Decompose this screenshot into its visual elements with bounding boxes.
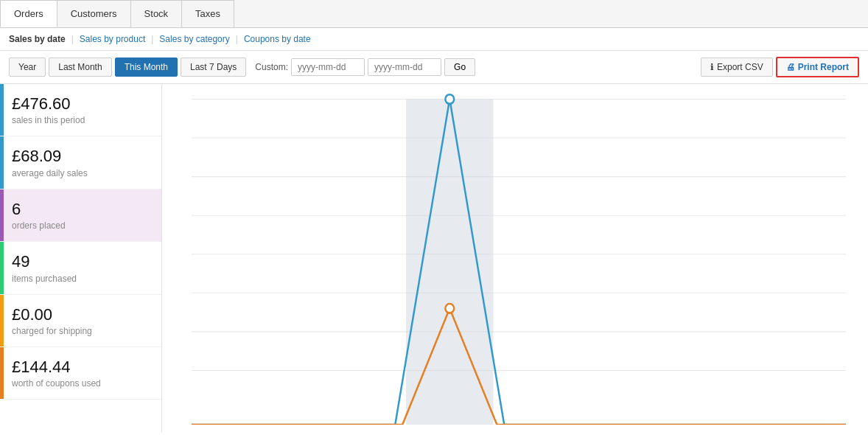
stat-label-3: items purchased xyxy=(12,274,150,284)
go-button[interactable]: Go xyxy=(444,58,475,76)
print-report-button[interactable]: 🖨 Print Report xyxy=(776,57,859,77)
sub-nav-link-sales-by-category[interactable]: Sales by category xyxy=(159,34,229,44)
tab-taxes[interactable]: Taxes xyxy=(181,0,234,27)
stat-color-bar-0 xyxy=(0,84,4,136)
separator-1: | xyxy=(71,34,74,44)
print-icon: 🖨 xyxy=(786,62,795,72)
stat-value-5: £144.44 xyxy=(12,358,150,377)
sub-nav-link-sales-by-product[interactable]: Sales by product xyxy=(80,34,145,44)
svg-rect-24 xyxy=(406,100,493,425)
stat-item-3: 49items purchased xyxy=(0,242,161,294)
custom-date-label: Custom: xyxy=(255,62,288,72)
svg-point-26 xyxy=(445,304,454,313)
custom-date-start-input[interactable] xyxy=(291,58,365,76)
current-report-label: Sales by date xyxy=(9,34,66,44)
tab-customers[interactable]: Customers xyxy=(57,0,131,27)
separator-2: | xyxy=(151,34,153,44)
custom-date-end-input[interactable] xyxy=(368,58,441,76)
stat-value-0: £476.60 xyxy=(12,94,150,114)
tab-orders[interactable]: Orders xyxy=(0,0,57,27)
chart-svg: 50 45 40 35 30 25 20 15 486.13 437.52 38… xyxy=(192,91,846,425)
stat-label-4: charged for shipping xyxy=(12,326,150,336)
stat-color-bar-1 xyxy=(0,136,4,188)
tab-stock[interactable]: Stock xyxy=(130,0,183,27)
top-navigation: Orders Customers Stock Taxes xyxy=(0,0,868,28)
filter-last-month-button[interactable]: Last Month xyxy=(49,58,111,77)
sub-navigation: Sales by date | Sales by product | Sales… xyxy=(0,28,868,51)
print-report-label: Print Report xyxy=(798,62,849,72)
main-content: £476.60sales in this period£68.09average… xyxy=(0,84,868,432)
filter-bar: Year Last Month This Month Last 7 Days C… xyxy=(0,51,868,84)
export-csv-button[interactable]: ℹ Export CSV xyxy=(701,58,773,77)
stats-panel: £476.60sales in this period£68.09average… xyxy=(0,84,162,432)
filter-this-month-button[interactable]: This Month xyxy=(115,58,178,77)
stat-color-bar-4 xyxy=(0,295,4,347)
stat-item-0: £476.60sales in this period xyxy=(0,84,161,136)
export-icon: ℹ xyxy=(710,62,714,72)
stat-item-1: £68.09average daily sales xyxy=(0,136,161,189)
stat-color-bar-5 xyxy=(0,347,4,399)
chart-area: 50 45 40 35 30 25 20 15 486.13 437.52 38… xyxy=(162,84,868,432)
stat-label-5: worth of coupons used xyxy=(12,378,150,389)
filter-last-7-days-button[interactable]: Last 7 Days xyxy=(181,58,246,77)
stat-item-4: £0.00charged for shipping xyxy=(0,295,161,347)
export-csv-label: Export CSV xyxy=(717,62,763,72)
stat-label-1: average daily sales xyxy=(12,168,150,178)
stat-color-bar-2 xyxy=(0,189,4,241)
svg-point-25 xyxy=(445,94,454,104)
stat-value-2: 6 xyxy=(12,200,150,219)
sub-nav-link-coupons-by-date[interactable]: Coupons by date xyxy=(244,34,311,44)
stat-item-5: £144.44worth of coupons used xyxy=(0,347,161,400)
separator-3: | xyxy=(236,34,238,44)
stat-value-1: £68.09 xyxy=(12,147,150,166)
stat-label-2: orders placed xyxy=(12,220,150,231)
stat-value-3: 49 xyxy=(12,252,150,271)
stat-item-2: 6orders placed xyxy=(0,189,161,242)
stat-value-4: £0.00 xyxy=(12,305,150,324)
filter-year-button[interactable]: Year xyxy=(9,58,46,77)
stat-color-bar-3 xyxy=(0,242,4,293)
stat-label-0: sales in this period xyxy=(12,115,150,125)
